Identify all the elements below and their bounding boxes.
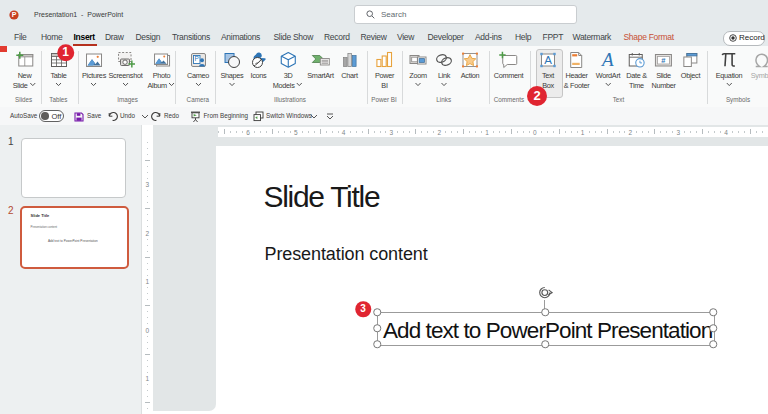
svg-text:P: P	[194, 55, 198, 62]
svg-text:A: A	[600, 51, 614, 69]
svg-text:P: P	[12, 11, 17, 18]
svg-text:A: A	[544, 54, 552, 66]
